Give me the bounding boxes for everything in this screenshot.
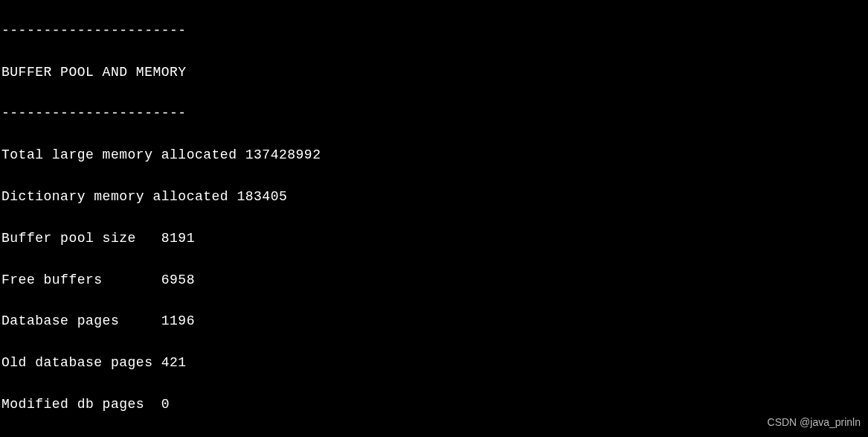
stat-dictionary-memory: Dictionary memory allocated 183405 [1,187,867,208]
divider-line: ---------------------- [1,21,867,42]
section-title: BUFFER POOL AND MEMORY [1,63,867,83]
divider-line: ---------------------- [1,103,867,124]
stat-database-pages: Database pages 1196 [1,311,867,332]
stat-free-buffers: Free buffers 6958 [1,270,867,291]
watermark-text: CSDN @java_prinln [768,415,861,431]
stat-buffer-pool-size: Buffer pool size 8191 [1,229,867,249]
stat-modified-db-pages: Modified db pages 0 [1,395,867,415]
stat-old-database-pages: Old database pages 421 [1,353,867,374]
stat-total-large-memory: Total large memory allocated 137428992 [1,145,867,166]
terminal-output: ---------------------- BUFFER POOL AND M… [0,0,868,437]
